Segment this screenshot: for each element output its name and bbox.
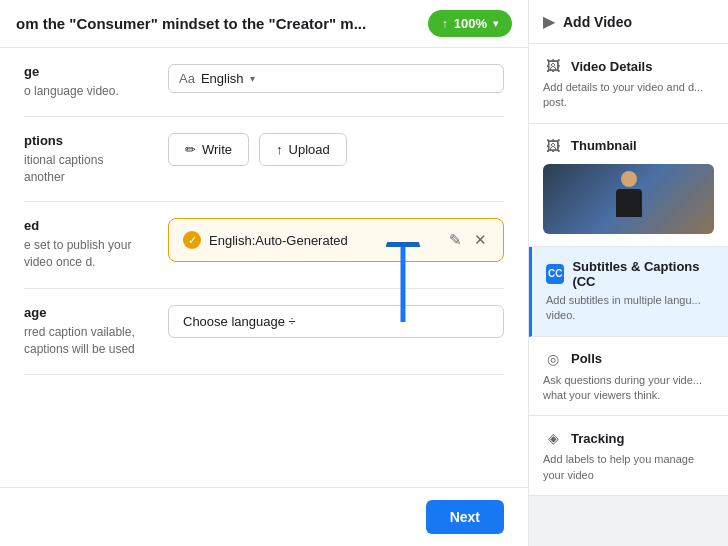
subtitles-title: Subtitles & Captions (CC (572, 259, 714, 289)
language-selector[interactable]: Aa English ▾ (168, 64, 504, 93)
aa-prefix: Aa (179, 71, 195, 86)
video-details-desc: Add details to your video and d... post. (543, 80, 714, 111)
upload-icon: ↑ (442, 17, 448, 31)
sidebar-item-video-details[interactable]: 🖼 Video Details Add details to your vide… (529, 44, 728, 124)
section-left-chooselang: age rred caption vailable, captions will… (24, 305, 144, 358)
sidebar-item-header-thumbnail: 🖼 Thumbnail (543, 136, 714, 156)
video-details-title: Video Details (571, 59, 652, 74)
upload-label: Upload (289, 142, 330, 157)
scheduled-desc: e set to publish your video once d. (24, 237, 144, 271)
upload-icon: ↑ (276, 142, 283, 157)
section-right-scheduled: ✓ English:Auto-Generated ✎ ✕ (168, 218, 504, 272)
write-icon: ✏ (185, 142, 196, 157)
caption-item: ✓ English:Auto-Generated ✎ ✕ (168, 218, 504, 262)
captions-section: ptions itional captions another ✏ Write … (24, 117, 504, 203)
title-bar: om the "Consumer" mindset to the "Creato… (0, 0, 528, 48)
polls-title: Polls (571, 351, 602, 366)
figure-body (616, 189, 642, 217)
polls-desc: Ask questions during your vide... what y… (543, 373, 714, 404)
sidebar: ▶ Add Video 🖼 Video Details Add details … (528, 0, 728, 546)
language-desc: o language video. (24, 83, 144, 100)
close-icon: ✕ (474, 231, 487, 249)
captions-desc: itional captions another (24, 152, 144, 186)
language-section: ge o language video. Aa English ▾ (24, 48, 504, 117)
video-details-icon: 🖼 (543, 56, 563, 76)
thumbnail-icon: 🖼 (543, 136, 563, 156)
caption-actions: ✎ ✕ (447, 229, 489, 251)
section-left-language: ge o language video. (24, 64, 144, 100)
sidebar-item-header-polls: ◎ Polls (543, 349, 714, 369)
edit-caption-button[interactable]: ✎ (447, 229, 464, 251)
choose-lang-label: Choose language ÷ (183, 314, 296, 329)
choose-language-section: age rred caption vailable, captions will… (24, 289, 504, 375)
next-button[interactable]: Next (426, 500, 504, 534)
content-area: ge o language video. Aa English ▾ ptions… (0, 48, 528, 487)
caption-item-left: ✓ English:Auto-Generated (183, 231, 348, 249)
section-left-scheduled: ed e set to publish your video once d. (24, 218, 144, 271)
caption-text: English:Auto-Generated (209, 233, 348, 248)
check-circle-icon: ✓ (183, 231, 201, 249)
sidebar-item-header-tracking: ◈ Tracking (543, 428, 714, 448)
thumbnail-preview (543, 164, 714, 234)
upload-button[interactable]: ↑ Upload (259, 133, 347, 166)
polls-icon: ◎ (543, 349, 563, 369)
sidebar-item-polls[interactable]: ◎ Polls Ask questions during your vide..… (529, 337, 728, 417)
chooselang-desc: rred caption vailable, captions will be … (24, 324, 144, 358)
write-button[interactable]: ✏ Write (168, 133, 249, 166)
publish-label: 100% (454, 16, 487, 31)
cc-icon: CC (546, 264, 564, 284)
main-panel: om the "Consumer" mindset to the "Creato… (0, 0, 528, 546)
next-bar: Next (0, 487, 528, 546)
thumbnail-figure (609, 171, 649, 226)
figure-head (621, 171, 637, 187)
chooselang-label: age (24, 305, 144, 320)
sidebar-title: Add Video (563, 14, 632, 30)
choose-language-button[interactable]: Choose language ÷ (168, 305, 504, 338)
next-label: Next (450, 509, 480, 525)
language-label: ge (24, 64, 144, 79)
chevron-down-icon: ▾ (250, 73, 255, 84)
remove-caption-button[interactable]: ✕ (472, 229, 489, 251)
write-label: Write (202, 142, 232, 157)
chevron-down-icon: ▾ (493, 18, 498, 29)
section-left-captions: ptions itional captions another (24, 133, 144, 186)
tracking-icon: ◈ (543, 428, 563, 448)
edit-icon: ✎ (449, 231, 462, 249)
sidebar-item-thumbnail[interactable]: 🖼 Thumbnail (529, 124, 728, 247)
language-value: English (201, 71, 244, 86)
publish-button[interactable]: ↑ 100% ▾ (428, 10, 512, 37)
page-title: om the "Consumer" mindset to the "Creato… (16, 15, 366, 32)
sidebar-header: ▶ Add Video (529, 0, 728, 44)
sidebar-item-header-video-details: 🖼 Video Details (543, 56, 714, 76)
add-video-play-icon: ▶ (543, 12, 555, 31)
sidebar-item-header-subtitles: CC Subtitles & Captions (CC (546, 259, 714, 289)
section-right-chooselang: Choose language ÷ (168, 305, 504, 338)
caption-item-section: ed e set to publish your video once d. ✓… (24, 202, 504, 289)
tracking-desc: Add labels to help you manage your video (543, 452, 714, 483)
thumbnail-title: Thumbnail (571, 138, 637, 153)
tracking-title: Tracking (571, 431, 624, 446)
captions-label: ptions (24, 133, 144, 148)
action-buttons: ✏ Write ↑ Upload (168, 133, 504, 166)
subtitles-desc: Add subtitles in multiple langu... video… (546, 293, 714, 324)
scheduled-label: ed (24, 218, 144, 233)
sidebar-item-subtitles[interactable]: CC Subtitles & Captions (CC Add subtitle… (529, 247, 728, 337)
section-right-captions: ✏ Write ↑ Upload (168, 133, 504, 166)
section-right-language: Aa English ▾ (168, 64, 504, 93)
sidebar-item-tracking[interactable]: ◈ Tracking Add labels to help you manage… (529, 416, 728, 496)
